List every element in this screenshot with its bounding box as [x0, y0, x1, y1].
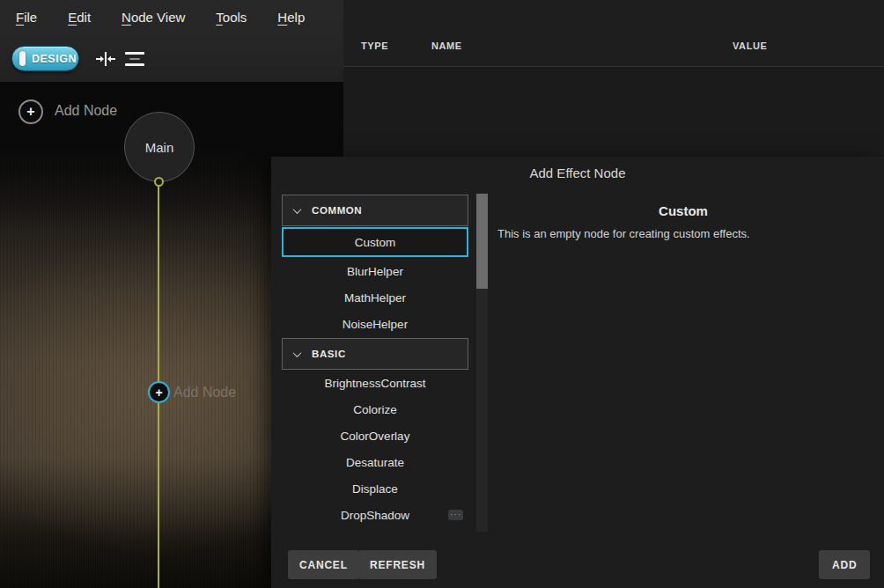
effect-item-noisehelper[interactable]: NoiseHelper	[282, 311, 468, 337]
group-header-common[interactable]: COMMON	[282, 195, 468, 226]
chevron-down-icon	[293, 205, 302, 214]
menu-node-view[interactable]: Node View	[122, 10, 185, 25]
add-node-label-top: Add Node	[55, 103, 117, 119]
column-header-value: VALUE	[733, 40, 767, 51]
align-lines-icon[interactable]	[124, 49, 145, 69]
effect-item-coloroverlay[interactable]: ColorOverlay	[282, 423, 468, 449]
collapse-horizontal-icon[interactable]	[95, 49, 116, 69]
menu-help[interactable]: Help	[277, 10, 305, 25]
effect-detail-title: Custom	[490, 203, 877, 218]
group-header-label: BASIC	[312, 349, 346, 359]
effect-item-desaturate[interactable]: Desaturate	[282, 449, 468, 475]
chevron-down-icon	[293, 349, 302, 357]
dialog-title: Add Effect Node	[271, 165, 884, 180]
effect-item-label: NoiseHelper	[343, 318, 408, 331]
main-node-output-port[interactable]	[154, 177, 164, 187]
effect-item-label: MathHelper	[344, 291, 406, 305]
line-middle	[129, 58, 140, 61]
group-header-label: COMMON	[312, 205, 362, 216]
menu-file[interactable]: File	[16, 10, 37, 25]
effect-item-dropshadow[interactable]: DropShadow	[282, 502, 468, 528]
column-header-type: TYPE	[361, 40, 388, 51]
effect-item-displace[interactable]: Displace	[282, 475, 468, 502]
effect-item-label: ColorOverlay	[341, 430, 410, 443]
effect-item-mathhelper[interactable]: MathHelper	[282, 284, 468, 311]
plus-icon: +	[155, 386, 162, 400]
design-mode-toggle[interactable]: DESIGN	[11, 46, 79, 71]
main-node[interactable]: Main	[124, 112, 195, 182]
add-node-button-wire[interactable]: +	[148, 381, 170, 403]
effect-item-label: BrightnessContrast	[325, 377, 426, 390]
menu-tools[interactable]: Tools	[216, 10, 247, 25]
effect-item-brightnesscontrast[interactable]: BrightnessContrast	[282, 370, 468, 396]
add-node-button-top[interactable]: +	[18, 99, 43, 124]
add-node-label-wire: Add Node	[173, 385, 236, 401]
add-button[interactable]: ADD	[819, 550, 870, 579]
effect-item-colorize[interactable]: Colorize	[282, 396, 468, 423]
effect-item-blurhelper[interactable]: BlurHelper	[282, 258, 468, 284]
effect-item-label: Colorize	[353, 403, 397, 416]
menu-edit[interactable]: Edit	[68, 10, 91, 25]
effect-list: COMMONCustomBlurHelperMathHelperNoiseHel…	[282, 194, 468, 528]
line-top	[125, 52, 144, 55]
app-window: TYPE NAME VALUE + Add Node Main + Add No…	[0, 0, 884, 588]
refresh-button[interactable]: REFRESH	[358, 550, 437, 579]
effect-detail-description: This is an empty node for creating custo…	[497, 227, 876, 240]
properties-header: TYPE NAME VALUE	[343, 0, 884, 67]
menu-bar: File Edit Node View Tools Help	[0, 0, 343, 33]
effect-item-label: Desaturate	[346, 456, 404, 469]
toggle-knob-icon	[19, 51, 26, 66]
add-effect-node-dialog: Add Effect Node COMMONCustomBlurHelperMa…	[271, 157, 884, 588]
effect-item-label: BlurHelper	[347, 265, 403, 278]
main-node-label: Main	[145, 140, 174, 155]
effect-item-label: Custom	[355, 236, 396, 249]
column-header-name: NAME	[431, 40, 462, 51]
plus-icon: +	[26, 104, 34, 120]
design-toggle-label: DESIGN	[32, 53, 77, 65]
effect-item-custom[interactable]: Custom	[282, 227, 468, 257]
effect-list-scrollbar[interactable]	[476, 194, 488, 532]
group-header-basic[interactable]: BASIC	[282, 338, 468, 370]
line-bottom	[125, 63, 144, 66]
top-header: File Edit Node View Tools Help DESIGN	[0, 0, 343, 82]
effect-item-label: DropShadow	[341, 509, 409, 522]
more-options-icon[interactable]	[448, 510, 463, 520]
cancel-button[interactable]: CANCEL	[288, 550, 359, 579]
effect-item-label: Displace	[352, 482, 398, 496]
scrollbar-thumb[interactable]	[476, 194, 488, 289]
